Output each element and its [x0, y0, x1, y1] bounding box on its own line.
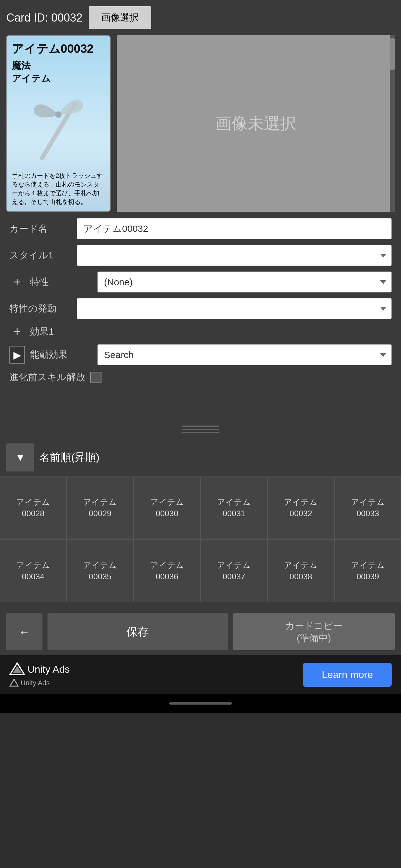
- card-grid: アイテム00028 アイテム00029 アイテム00030 アイテム00031 …: [0, 476, 401, 602]
- card-title: アイテム00032: [12, 41, 105, 57]
- card-type2: アイテム: [12, 72, 105, 85]
- card-id-label: Card ID: 00032: [6, 11, 82, 24]
- drag-handle[interactable]: [182, 426, 219, 433]
- svg-point-1: [55, 111, 62, 118]
- sort-bar: ▼ 名前順(昇順): [0, 438, 401, 476]
- unity-ads-brand: Unity Ads: [28, 664, 70, 675]
- card-type1: 魔法: [12, 59, 105, 72]
- scrollbar-thumb[interactable]: [390, 38, 395, 70]
- trait-label: 特性: [30, 276, 93, 288]
- sort-direction-button[interactable]: ▼: [6, 443, 34, 471]
- image-select-button[interactable]: 画像選択: [89, 6, 151, 29]
- style1-select[interactable]: [77, 245, 392, 266]
- back-button[interactable]: ←: [6, 613, 42, 650]
- grid-item-00037[interactable]: アイテム00037: [201, 539, 267, 602]
- home-indicator: [169, 702, 232, 705]
- card-preview: アイテム00032 魔法 アイテム 手札のカードを2枚トラッシュするなら使える。…: [6, 35, 110, 212]
- unity-logo-icon: [9, 661, 25, 677]
- sort-label: 名前順(昇順): [39, 450, 100, 465]
- form-row-trait-trigger: 特性の発動: [9, 298, 392, 319]
- form-row-card-name: カード名: [9, 218, 392, 239]
- card-name-input[interactable]: [77, 218, 392, 239]
- grid-item-00031[interactable]: アイテム00031: [201, 476, 267, 539]
- unity-small: Unity Ads: [9, 678, 70, 688]
- unity-ads-sub-brand: Unity Ads: [21, 679, 49, 687]
- grid-item-00039[interactable]: アイテム00039: [335, 539, 401, 602]
- pickaxe-icon: [27, 88, 90, 169]
- evolve-checkbox-area: [90, 372, 101, 383]
- learn-more-button[interactable]: Learn more: [303, 663, 392, 687]
- svg-marker-4: [10, 679, 18, 686]
- play-button[interactable]: ▶: [9, 346, 25, 364]
- unity-small-icon: [9, 678, 19, 688]
- grid-item-00036[interactable]: アイテム00036: [134, 539, 200, 602]
- trait-trigger-label: 特性の発動: [9, 302, 72, 315]
- card-description: 手札のカードを2枚トラッシュするなら使える。山札のモンスターから１枚まで選び、手…: [12, 169, 105, 206]
- form-row-trait: + 特性 (None): [9, 272, 392, 292]
- effect1-add-button[interactable]: +: [9, 324, 25, 339]
- grid-item-00033[interactable]: アイテム00033: [335, 476, 401, 539]
- grid-item-00035[interactable]: アイテム00035: [67, 539, 133, 602]
- form-row-evolve: 進化前スキル解放: [9, 371, 392, 384]
- grid-item-00030[interactable]: アイテム00030: [134, 476, 200, 539]
- trait-select[interactable]: (None): [97, 272, 392, 292]
- card-grid-section: アイテム00028 アイテム00029 アイテム00030 アイテム00031 …: [0, 476, 401, 608]
- copy-button[interactable]: カードコピー(準備中): [233, 613, 395, 650]
- active-effect-select[interactable]: Search: [97, 344, 392, 365]
- style1-label: スタイル1: [9, 249, 72, 262]
- form-row-active-effect: ▶ 能動効果 Search: [9, 344, 392, 365]
- no-image-text: 画像未選択: [215, 113, 296, 135]
- divider: [0, 421, 401, 438]
- trait-add-button[interactable]: +: [9, 275, 25, 289]
- grid-item-00034[interactable]: アイテム00034: [0, 539, 66, 602]
- no-image-area: 画像未選択: [117, 35, 395, 212]
- save-button[interactable]: 保存: [47, 613, 228, 650]
- ad-left: Unity Ads Unity Ads: [9, 661, 70, 688]
- grid-item-00029[interactable]: アイテム00029: [67, 476, 133, 539]
- effect1-label: 効果1: [30, 325, 93, 338]
- bottom-buttons: ← 保存 カードコピー(準備中): [0, 608, 401, 655]
- evolve-checkbox[interactable]: [90, 372, 101, 383]
- form-row-effect1: + 効果1: [9, 324, 392, 339]
- grid-item-00038[interactable]: アイテム00038: [268, 539, 334, 602]
- card-image: [12, 88, 105, 169]
- active-effect-label: 能動効果: [30, 348, 93, 361]
- grid-item-00028[interactable]: アイテム00028: [0, 476, 66, 539]
- bottom-indicator: [0, 694, 401, 713]
- grid-item-00032[interactable]: アイテム00032: [268, 476, 334, 539]
- scrollbar[interactable]: [390, 35, 395, 212]
- evolve-label: 進化前スキル解放: [9, 371, 85, 384]
- unity-logo: Unity Ads: [9, 661, 70, 677]
- card-name-label: カード名: [9, 222, 72, 235]
- trait-trigger-select[interactable]: [77, 298, 392, 319]
- ad-banner: Unity Ads Unity Ads Learn more: [0, 655, 401, 694]
- form-row-style1: スタイル1: [9, 245, 392, 266]
